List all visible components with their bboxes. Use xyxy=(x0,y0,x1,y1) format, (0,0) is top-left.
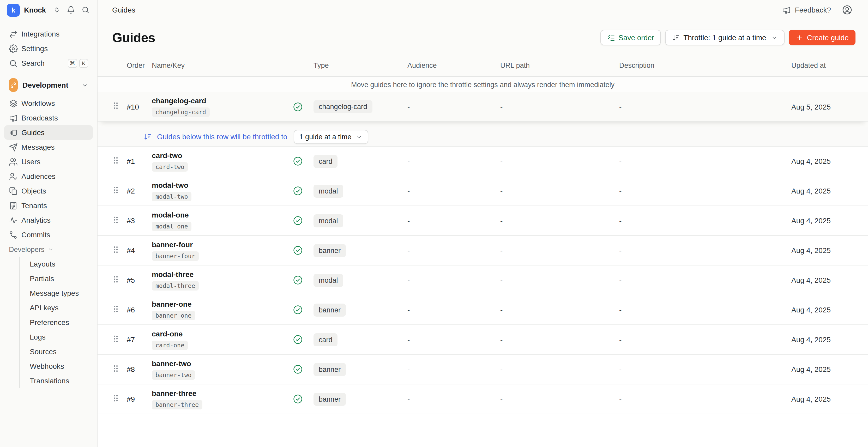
guide-updated-at: Aug 4, 2025 xyxy=(791,365,856,374)
sidebar-item-label: Search xyxy=(21,59,44,67)
guide-type-badge: card xyxy=(313,333,338,346)
unthrottled-drop-notice: Move guides here to ignore the throttle … xyxy=(97,77,868,92)
guide-name: banner-four xyxy=(152,240,193,249)
column-header-name-key: Name/Key xyxy=(152,61,292,69)
workspace-name: Knock xyxy=(24,6,46,14)
sidebar-item-api-keys[interactable]: API keys xyxy=(20,300,93,315)
sidebar-item-preferences[interactable]: Preferences xyxy=(20,315,93,330)
unthrottled-section: Move guides here to ignore the throttle … xyxy=(97,77,868,122)
save-order-label: Save order xyxy=(618,33,654,42)
sidebar-item-label: Guides xyxy=(21,128,44,137)
environment-switcher[interactable]: Development xyxy=(4,77,93,93)
drag-handle-icon[interactable] xyxy=(112,274,120,285)
sidebar-item-analytics[interactable]: Analytics xyxy=(4,213,93,227)
users-icon xyxy=(9,157,18,166)
sidebar-item-logs[interactable]: Logs xyxy=(20,330,93,344)
sidebar-item-broadcasts[interactable]: Broadcasts xyxy=(4,110,93,125)
status-active-check-icon xyxy=(292,394,303,404)
table-row[interactable]: #8 banner-two banner-two banner - - - Au… xyxy=(97,355,868,384)
table-row[interactable]: #5 modal-three modal-three modal - - - A… xyxy=(97,265,868,295)
sidebar-item-search[interactable]: Search ⌘ K xyxy=(4,56,93,70)
sidebar-developers-list: LayoutsPartialsMessage typesAPI keysPref… xyxy=(19,257,93,388)
feedback-label: Feedback? xyxy=(795,6,831,14)
guide-order: #6 xyxy=(127,306,152,314)
drag-handle-icon[interactable] xyxy=(112,363,120,374)
feedback-button[interactable]: Feedback? xyxy=(782,5,831,14)
table-row[interactable]: #2 modal-two modal-two modal - - - Aug 4… xyxy=(97,176,868,206)
account-avatar-icon[interactable] xyxy=(842,5,852,15)
breadcrumb[interactable]: Guides xyxy=(112,6,135,14)
search-icon[interactable] xyxy=(82,6,90,14)
status-active-check-icon xyxy=(292,334,303,345)
guide-key-badge: banner-one xyxy=(152,311,195,320)
guide-key-badge: changelog-card xyxy=(152,107,210,117)
environment-badge xyxy=(9,78,18,92)
guide-audience: - xyxy=(407,336,500,344)
table-row[interactable]: #10 changelog-card changelog-card change… xyxy=(97,92,868,121)
guide-url-path: - xyxy=(500,395,619,403)
drag-handle-icon[interactable] xyxy=(112,303,120,314)
sidebar-item-layouts[interactable]: Layouts xyxy=(20,257,93,271)
table-row[interactable]: #6 banner-one banner-one banner - - - Au… xyxy=(97,295,868,325)
guides-table-body: #1 card-two card-two card - - - Aug 4, 2… xyxy=(97,147,868,414)
drag-handle-icon[interactable] xyxy=(112,155,120,166)
table-row[interactable]: #9 banner-three banner-three banner - - … xyxy=(97,384,868,414)
sidebar-item-commits[interactable]: Commits xyxy=(4,227,93,242)
guide-description: - xyxy=(619,217,791,225)
gear-icon xyxy=(9,44,18,53)
sidebar-item-workflows[interactable]: Workflows xyxy=(4,96,93,110)
drag-handle-icon[interactable] xyxy=(112,244,120,255)
table-row[interactable]: #1 card-two card-two card - - - Aug 4, 2… xyxy=(97,147,868,176)
drag-handle-icon[interactable] xyxy=(112,214,120,225)
throttle-dropdown-button[interactable]: Throttle: 1 guide at a time xyxy=(665,30,784,45)
sidebar-item-message-types[interactable]: Message types xyxy=(20,286,93,300)
guide-updated-at: Aug 5, 2025 xyxy=(791,102,856,111)
sidebar-item-partials[interactable]: Partials xyxy=(20,271,93,286)
guide-order: #9 xyxy=(127,395,152,403)
sidebar-item-settings[interactable]: Settings xyxy=(4,41,93,56)
drag-handle-icon[interactable] xyxy=(112,184,120,195)
sidebar-item-tenants[interactable]: Tenants xyxy=(4,198,93,213)
sidebar-item-integrations[interactable]: Integrations xyxy=(4,27,93,41)
guide-audience: - xyxy=(407,306,500,314)
sidebar-item-users[interactable]: Users xyxy=(4,154,93,169)
guide-type-badge: banner xyxy=(313,363,346,376)
guide-order: #3 xyxy=(127,217,152,225)
table-row[interactable]: #7 card-one card-one card - - - Aug 4, 2… xyxy=(97,325,868,355)
sidebar-item-webhooks[interactable]: Webhooks xyxy=(20,359,93,374)
sidebar-item-audiences[interactable]: Audiences xyxy=(4,169,93,184)
drag-handle-icon[interactable] xyxy=(112,333,120,344)
sidebar-item-objects[interactable]: Objects xyxy=(4,184,93,198)
sidebar-item-guides[interactable]: Guides xyxy=(4,125,93,140)
guide-key-badge: banner-three xyxy=(152,400,203,409)
create-guide-button[interactable]: Create guide xyxy=(789,30,856,45)
table-row[interactable]: #4 banner-four banner-four banner - - - … xyxy=(97,236,868,265)
guide-url-path: - xyxy=(500,102,619,111)
section-label: Developers xyxy=(9,246,44,253)
throttle-divider-row: Guides below this row will be throttled … xyxy=(97,127,868,147)
sidebar-main-nav: Workflows Broadcasts Guides Messages Use… xyxy=(0,96,97,242)
table-row[interactable]: #3 modal-one modal-one modal - - - Aug 4… xyxy=(97,206,868,236)
guide-name: banner-one xyxy=(152,300,191,308)
column-header-type: Type xyxy=(313,61,407,69)
status-active-check-icon xyxy=(292,245,303,256)
save-order-button[interactable]: Save order xyxy=(600,30,661,45)
send-icon xyxy=(9,142,18,152)
throttle-amount-dropdown[interactable]: 1 guide at a time xyxy=(294,130,368,144)
guide-key-badge: banner-four xyxy=(152,251,199,260)
sidebar-item-translations[interactable]: Translations xyxy=(20,374,93,388)
sidebar-item-sources[interactable]: Sources xyxy=(20,344,93,359)
guide-url-path: - xyxy=(500,306,619,314)
status-active-check-icon xyxy=(292,364,303,375)
status-active-check-icon xyxy=(292,305,303,315)
workspace-header: k Knock xyxy=(0,0,97,20)
guide-type-badge: banner xyxy=(313,244,346,257)
guide-description: - xyxy=(619,306,791,314)
drag-handle-icon[interactable] xyxy=(112,392,120,404)
workspace-switcher-icon[interactable] xyxy=(53,6,61,13)
notifications-bell-icon[interactable] xyxy=(67,6,75,14)
sidebar-section-developers[interactable]: Developers xyxy=(4,242,93,257)
guide-description: - xyxy=(619,395,791,403)
drag-handle-icon[interactable] xyxy=(112,100,120,111)
sidebar-item-messages[interactable]: Messages xyxy=(4,140,93,154)
